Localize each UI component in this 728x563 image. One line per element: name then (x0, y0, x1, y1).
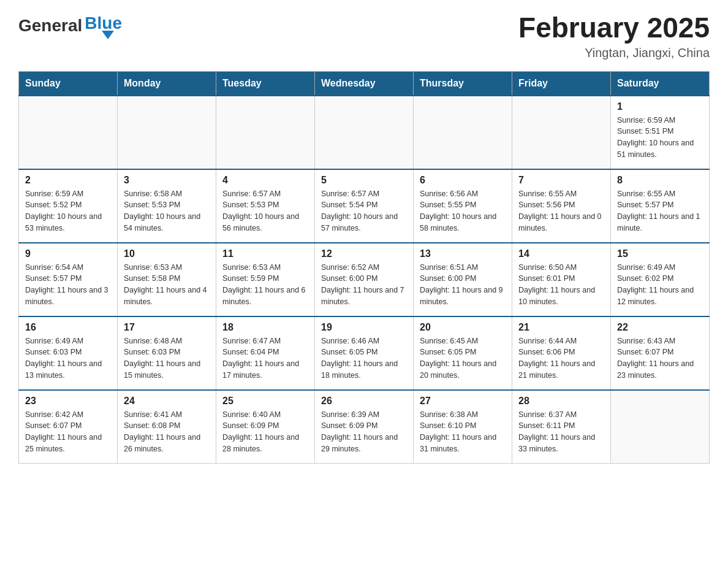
day-info: Sunrise: 6:49 AMSunset: 6:03 PMDaylight:… (25, 335, 111, 381)
day-info: Sunrise: 6:57 AMSunset: 5:53 PMDaylight:… (222, 188, 308, 234)
day-info: Sunrise: 6:52 AMSunset: 6:00 PMDaylight:… (321, 262, 407, 308)
day-number: 9 (25, 248, 111, 259)
day-info: Sunrise: 6:45 AMSunset: 6:05 PMDaylight:… (420, 335, 506, 381)
calendar-day-26: 21Sunrise: 6:44 AMSunset: 6:06 PMDayligh… (512, 316, 611, 390)
day-info: Sunrise: 6:55 AMSunset: 5:56 PMDaylight:… (518, 188, 604, 234)
day-number: 7 (518, 175, 604, 186)
day-info: Sunrise: 6:41 AMSunset: 6:08 PMDaylight:… (124, 409, 210, 455)
calendar-day-29: 24Sunrise: 6:41 AMSunset: 6:08 PMDayligh… (118, 390, 216, 464)
day-info: Sunrise: 6:44 AMSunset: 6:06 PMDaylight:… (518, 335, 604, 381)
day-number: 4 (222, 175, 308, 186)
calendar-day-5 (512, 96, 611, 169)
calendar-header-row: Sunday Monday Tuesday Wednesday Thursday… (19, 71, 710, 96)
logo-blue-text: Blue (85, 15, 122, 32)
col-wednesday: Wednesday (315, 71, 414, 96)
day-info: Sunrise: 6:58 AMSunset: 5:53 PMDaylight:… (124, 188, 210, 234)
calendar-day-30: 25Sunrise: 6:40 AMSunset: 6:09 PMDayligh… (216, 390, 315, 464)
logo: General Blue (18, 12, 122, 39)
day-number: 12 (321, 248, 407, 259)
col-thursday: Thursday (414, 71, 512, 96)
month-title: February 2025 (518, 12, 710, 44)
location-subtitle: Yingtan, Jiangxi, China (518, 46, 710, 60)
day-info: Sunrise: 6:43 AMSunset: 6:07 PMDaylight:… (617, 335, 703, 381)
calendar-day-2 (216, 96, 315, 169)
day-number: 25 (222, 396, 308, 407)
week-row-4: 23Sunrise: 6:42 AMSunset: 6:07 PMDayligh… (19, 390, 710, 464)
calendar-day-19: 14Sunrise: 6:50 AMSunset: 6:01 PMDayligh… (512, 243, 611, 316)
day-number: 26 (321, 396, 407, 407)
day-info: Sunrise: 6:47 AMSunset: 6:04 PMDaylight:… (222, 335, 308, 381)
calendar-day-13: 8Sunrise: 6:55 AMSunset: 5:57 PMDaylight… (611, 169, 710, 243)
calendar-day-20: 15Sunrise: 6:49 AMSunset: 6:02 PMDayligh… (611, 243, 710, 316)
day-number: 1 (617, 101, 703, 112)
calendar-day-16: 11Sunrise: 6:53 AMSunset: 5:59 PMDayligh… (216, 243, 315, 316)
calendar-day-8: 3Sunrise: 6:58 AMSunset: 5:53 PMDaylight… (118, 169, 216, 243)
calendar-day-0 (19, 96, 118, 169)
day-info: Sunrise: 6:39 AMSunset: 6:09 PMDaylight:… (321, 409, 407, 455)
calendar-day-21: 16Sunrise: 6:49 AMSunset: 6:03 PMDayligh… (19, 316, 118, 390)
calendar-day-17: 12Sunrise: 6:52 AMSunset: 6:00 PMDayligh… (315, 243, 414, 316)
day-number: 16 (25, 322, 111, 333)
col-friday: Friday (512, 71, 611, 96)
col-saturday: Saturday (611, 71, 710, 96)
col-tuesday: Tuesday (216, 71, 315, 96)
calendar-day-11: 6Sunrise: 6:56 AMSunset: 5:55 PMDaylight… (414, 169, 512, 243)
calendar-day-6: 1Sunrise: 6:59 AMSunset: 5:51 PMDaylight… (611, 96, 710, 169)
day-info: Sunrise: 6:48 AMSunset: 6:03 PMDaylight:… (124, 335, 210, 381)
day-number: 24 (124, 396, 210, 407)
day-number: 6 (420, 175, 506, 186)
calendar-day-24: 19Sunrise: 6:46 AMSunset: 6:05 PMDayligh… (315, 316, 414, 390)
day-number: 28 (518, 396, 604, 407)
logo-general-text: General (18, 17, 82, 34)
calendar-day-27: 22Sunrise: 6:43 AMSunset: 6:07 PMDayligh… (611, 316, 710, 390)
day-number: 2 (25, 175, 111, 186)
col-monday: Monday (118, 71, 216, 96)
day-number: 17 (124, 322, 210, 333)
day-info: Sunrise: 6:50 AMSunset: 6:01 PMDaylight:… (518, 262, 604, 308)
day-number: 27 (420, 396, 506, 407)
calendar-day-33: 28Sunrise: 6:37 AMSunset: 6:11 PMDayligh… (512, 390, 611, 464)
calendar-day-22: 17Sunrise: 6:48 AMSunset: 6:03 PMDayligh… (118, 316, 216, 390)
calendar-day-10: 5Sunrise: 6:57 AMSunset: 5:54 PMDaylight… (315, 169, 414, 243)
day-info: Sunrise: 6:49 AMSunset: 6:02 PMDaylight:… (617, 262, 703, 308)
day-info: Sunrise: 6:57 AMSunset: 5:54 PMDaylight:… (321, 188, 407, 234)
day-info: Sunrise: 6:54 AMSunset: 5:57 PMDaylight:… (25, 262, 111, 308)
day-number: 15 (617, 248, 703, 259)
calendar-day-14: 9Sunrise: 6:54 AMSunset: 5:57 PMDaylight… (19, 243, 118, 316)
calendar-day-31: 26Sunrise: 6:39 AMSunset: 6:09 PMDayligh… (315, 390, 414, 464)
day-number: 19 (321, 322, 407, 333)
day-info: Sunrise: 6:56 AMSunset: 5:55 PMDaylight:… (420, 188, 506, 234)
day-number: 22 (617, 322, 703, 333)
day-info: Sunrise: 6:53 AMSunset: 5:59 PMDaylight:… (222, 262, 308, 308)
calendar-day-1 (118, 96, 216, 169)
day-info: Sunrise: 6:46 AMSunset: 6:05 PMDaylight:… (321, 335, 407, 381)
calendar-day-18: 13Sunrise: 6:51 AMSunset: 6:00 PMDayligh… (414, 243, 512, 316)
calendar-day-23: 18Sunrise: 6:47 AMSunset: 6:04 PMDayligh… (216, 316, 315, 390)
day-info: Sunrise: 6:38 AMSunset: 6:10 PMDaylight:… (420, 409, 506, 455)
day-number: 11 (222, 248, 308, 259)
day-number: 23 (25, 396, 111, 407)
day-number: 3 (124, 175, 210, 186)
week-row-1: 2Sunrise: 6:59 AMSunset: 5:52 PMDaylight… (19, 169, 710, 243)
day-info: Sunrise: 6:53 AMSunset: 5:58 PMDaylight:… (124, 262, 210, 308)
calendar-day-3 (315, 96, 414, 169)
week-row-3: 16Sunrise: 6:49 AMSunset: 6:03 PMDayligh… (19, 316, 710, 390)
col-sunday: Sunday (19, 71, 118, 96)
calendar-day-28: 23Sunrise: 6:42 AMSunset: 6:07 PMDayligh… (19, 390, 118, 464)
week-row-2: 9Sunrise: 6:54 AMSunset: 5:57 PMDaylight… (19, 243, 710, 316)
title-block: February 2025 Yingtan, Jiangxi, China (518, 12, 710, 60)
calendar-day-9: 4Sunrise: 6:57 AMSunset: 5:53 PMDaylight… (216, 169, 315, 243)
week-row-0: 1Sunrise: 6:59 AMSunset: 5:51 PMDaylight… (19, 96, 710, 169)
calendar-day-7: 2Sunrise: 6:59 AMSunset: 5:52 PMDaylight… (19, 169, 118, 243)
day-info: Sunrise: 6:55 AMSunset: 5:57 PMDaylight:… (617, 188, 703, 234)
day-info: Sunrise: 6:37 AMSunset: 6:11 PMDaylight:… (518, 409, 604, 455)
day-info: Sunrise: 6:59 AMSunset: 5:52 PMDaylight:… (25, 188, 111, 234)
day-number: 8 (617, 175, 703, 186)
calendar-day-4 (414, 96, 512, 169)
calendar-day-34 (611, 390, 710, 464)
calendar-day-15: 10Sunrise: 6:53 AMSunset: 5:58 PMDayligh… (118, 243, 216, 316)
calendar-day-25: 20Sunrise: 6:45 AMSunset: 6:05 PMDayligh… (414, 316, 512, 390)
day-info: Sunrise: 6:59 AMSunset: 5:51 PMDaylight:… (617, 115, 703, 161)
day-number: 14 (518, 248, 604, 259)
page-header: General Blue February 2025 Yingtan, Jian… (18, 12, 710, 60)
